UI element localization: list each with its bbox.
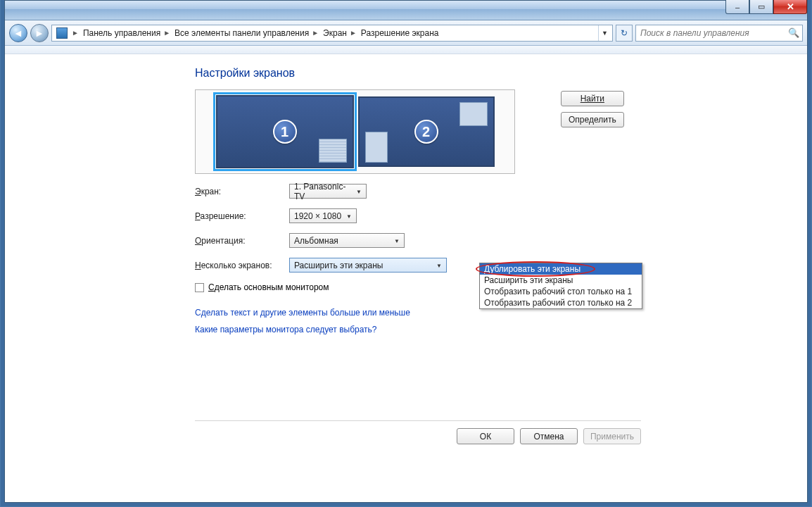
label-orientation: Ориентация: xyxy=(195,236,289,246)
dropdown-value: 1920 × 1080 xyxy=(294,211,341,221)
breadcrumb-sep: ► xyxy=(310,29,322,37)
navbar: ◄ ► ► Панель управления ► Все элементы п… xyxy=(5,20,807,46)
resolution-dropdown[interactable]: 1920 × 1080 ▼ xyxy=(289,208,357,223)
titlebar[interactable]: – ▭ ✕ xyxy=(5,1,807,20)
search-icon[interactable]: 🔍 xyxy=(788,27,799,38)
breadcrumb-sep: ► xyxy=(348,29,360,37)
nav-back-button[interactable]: ◄ xyxy=(9,24,27,42)
minimize-button[interactable]: – xyxy=(725,0,749,14)
display-dropdown[interactable]: 1. Panasonic-TV ▼ xyxy=(289,184,367,199)
ok-button[interactable]: ОК xyxy=(457,428,514,444)
breadcrumb-item[interactable]: Разрешение экрана xyxy=(360,28,440,38)
search-box[interactable]: 🔍 xyxy=(635,25,803,42)
control-panel-icon xyxy=(56,27,68,39)
window-controls: – ▭ ✕ xyxy=(725,0,807,14)
breadcrumb-sep: ► xyxy=(70,29,82,37)
breadcrumb[interactable]: ► Панель управления ► Все элементы панел… xyxy=(51,25,613,42)
breadcrumb-item[interactable]: Все элементы панели управления xyxy=(173,28,310,38)
dropdown-option[interactable]: Отобразить рабочий стол только на 2 xyxy=(480,297,642,308)
refresh-button[interactable]: ↻ xyxy=(616,25,633,42)
link-which-monitor[interactable]: Какие параметры монитора следует выбрать… xyxy=(195,325,645,334)
chevron-down-icon: ▼ xyxy=(392,236,402,246)
breadcrumb-dropdown[interactable]: ▼ xyxy=(598,25,611,41)
label-make-main: Сделать основным монитором xyxy=(208,282,329,292)
chevron-down-icon: ▼ xyxy=(344,211,354,221)
row-orientation: Ориентация: Альбомная ▼ xyxy=(195,233,645,248)
row-display: Экран: 1. Panasonic-TV ▼ xyxy=(195,184,645,199)
close-button[interactable]: ✕ xyxy=(773,0,807,14)
chevron-down-icon: ▼ xyxy=(434,261,444,270)
breadcrumb-sep: ► xyxy=(162,29,173,37)
multiple-displays-dropdown-list[interactable]: Дублировать эти экраны Расширить эти экр… xyxy=(479,263,642,309)
monitor-number: 1 xyxy=(273,120,297,144)
window-frame: – ▭ ✕ ◄ ► ► Панель управления ► Все элем… xyxy=(4,0,808,503)
settings-panel: Настройки экранов 1 2 Найти Определить xyxy=(195,67,645,334)
side-button-group: Найти Определить xyxy=(561,91,624,127)
dropdown-option[interactable]: Расширить эти экраны xyxy=(480,275,642,286)
monitor-number: 2 xyxy=(414,120,438,144)
search-input[interactable] xyxy=(639,27,788,39)
content-area: Настройки экранов 1 2 Найти Определить xyxy=(5,54,807,502)
dropdown-value: Расширить эти экраны xyxy=(294,261,383,270)
toolbar-strip xyxy=(5,46,807,54)
multiple-displays-dropdown[interactable]: Расширить эти экраны ▼ xyxy=(289,258,447,273)
breadcrumb-item[interactable]: Экран xyxy=(322,28,348,38)
label-multiple-displays: Несколько экранов: xyxy=(195,261,289,270)
nav-forward-button[interactable]: ► xyxy=(30,24,49,42)
make-main-checkbox[interactable] xyxy=(195,283,204,292)
monitor-1[interactable]: 1 xyxy=(216,95,354,168)
window-thumb-icon xyxy=(365,132,388,163)
link-text-size[interactable]: Сделать текст и другие элементы больше и… xyxy=(195,308,645,318)
cancel-button[interactable]: Отмена xyxy=(520,428,578,444)
window-thumb-icon xyxy=(459,102,488,126)
label-display: Экран: xyxy=(195,187,289,196)
page-title: Настройки экранов xyxy=(195,67,645,80)
label-resolution: Разрешение: xyxy=(195,211,289,221)
dropdown-value: Альбомная xyxy=(294,236,338,246)
find-button[interactable]: Найти xyxy=(561,91,624,106)
links-block: Сделать текст и другие элементы больше и… xyxy=(195,308,645,334)
window-thumb-icon xyxy=(319,139,347,163)
maximize-button[interactable]: ▭ xyxy=(749,0,773,14)
breadcrumb-item[interactable]: Панель управления xyxy=(82,28,162,38)
monitor-arrangement[interactable]: 1 2 xyxy=(195,89,515,174)
chevron-down-icon: ▼ xyxy=(354,187,364,196)
monitor-2[interactable]: 2 xyxy=(358,96,495,167)
orientation-dropdown[interactable]: Альбомная ▼ xyxy=(289,233,405,248)
detect-button[interactable]: Определить xyxy=(561,112,624,127)
footer-buttons: ОК Отмена Применить xyxy=(457,428,641,444)
footer-separator: ОК Отмена Применить xyxy=(195,420,641,421)
dropdown-option[interactable]: Дублировать эти экраны xyxy=(480,263,642,275)
dropdown-option[interactable]: Отобразить рабочий стол только на 1 xyxy=(480,286,642,297)
dropdown-value: 1. Panasonic-TV xyxy=(294,182,353,201)
row-resolution: Разрешение: 1920 × 1080 ▼ xyxy=(195,208,645,223)
apply-button[interactable]: Применить xyxy=(583,428,641,444)
